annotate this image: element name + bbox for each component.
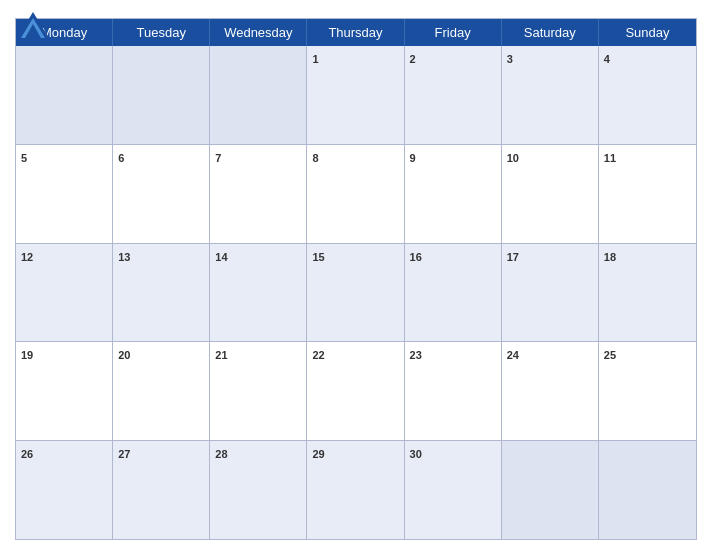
day-number: 11 bbox=[604, 152, 616, 164]
day-cell: 16 bbox=[405, 244, 502, 342]
day-header-saturday: Saturday bbox=[502, 19, 599, 46]
weeks-container: 1234567891011121314151617181920212223242… bbox=[16, 46, 696, 539]
week-row-2: 567891011 bbox=[16, 145, 696, 244]
day-header-thursday: Thursday bbox=[307, 19, 404, 46]
day-cell: 21 bbox=[210, 342, 307, 440]
day-header-sunday: Sunday bbox=[599, 19, 696, 46]
day-number: 29 bbox=[312, 448, 324, 460]
day-cell: 1 bbox=[307, 46, 404, 144]
day-number: 8 bbox=[312, 152, 318, 164]
day-headers-row: MondayTuesdayWednesdayThursdayFridaySatu… bbox=[16, 19, 696, 46]
day-number: 22 bbox=[312, 349, 324, 361]
day-number: 19 bbox=[21, 349, 33, 361]
logo bbox=[15, 10, 55, 40]
calendar-page: MondayTuesdayWednesdayThursdayFridaySatu… bbox=[0, 0, 712, 550]
day-cell: 10 bbox=[502, 145, 599, 243]
day-cell: 20 bbox=[113, 342, 210, 440]
day-cell: 6 bbox=[113, 145, 210, 243]
day-cell: 7 bbox=[210, 145, 307, 243]
day-cell: 18 bbox=[599, 244, 696, 342]
day-cell: 12 bbox=[16, 244, 113, 342]
day-number: 24 bbox=[507, 349, 519, 361]
logo-icon bbox=[15, 10, 51, 40]
day-number: 21 bbox=[215, 349, 227, 361]
day-cell: 22 bbox=[307, 342, 404, 440]
day-number: 6 bbox=[118, 152, 124, 164]
day-cell: 8 bbox=[307, 145, 404, 243]
week-row-5: 2627282930 bbox=[16, 441, 696, 539]
calendar-grid: MondayTuesdayWednesdayThursdayFridaySatu… bbox=[15, 18, 697, 540]
day-header-tuesday: Tuesday bbox=[113, 19, 210, 46]
day-number: 13 bbox=[118, 251, 130, 263]
day-cell bbox=[599, 441, 696, 539]
day-cell: 3 bbox=[502, 46, 599, 144]
day-number: 27 bbox=[118, 448, 130, 460]
day-number: 20 bbox=[118, 349, 130, 361]
day-number: 1 bbox=[312, 53, 318, 65]
day-number: 16 bbox=[410, 251, 422, 263]
day-cell: 11 bbox=[599, 145, 696, 243]
day-cell: 15 bbox=[307, 244, 404, 342]
day-number: 15 bbox=[312, 251, 324, 263]
day-cell bbox=[113, 46, 210, 144]
day-cell bbox=[210, 46, 307, 144]
day-number: 30 bbox=[410, 448, 422, 460]
day-number: 17 bbox=[507, 251, 519, 263]
day-cell: 24 bbox=[502, 342, 599, 440]
day-cell: 30 bbox=[405, 441, 502, 539]
week-row-3: 12131415161718 bbox=[16, 244, 696, 343]
day-number: 18 bbox=[604, 251, 616, 263]
day-cell: 19 bbox=[16, 342, 113, 440]
week-row-1: 1234 bbox=[16, 46, 696, 145]
day-number: 7 bbox=[215, 152, 221, 164]
day-cell: 9 bbox=[405, 145, 502, 243]
day-number: 2 bbox=[410, 53, 416, 65]
week-row-4: 19202122232425 bbox=[16, 342, 696, 441]
day-header-wednesday: Wednesday bbox=[210, 19, 307, 46]
day-number: 25 bbox=[604, 349, 616, 361]
day-cell: 13 bbox=[113, 244, 210, 342]
day-number: 9 bbox=[410, 152, 416, 164]
day-cell: 29 bbox=[307, 441, 404, 539]
day-header-friday: Friday bbox=[405, 19, 502, 46]
day-cell: 2 bbox=[405, 46, 502, 144]
day-number: 10 bbox=[507, 152, 519, 164]
day-cell: 26 bbox=[16, 441, 113, 539]
day-number: 5 bbox=[21, 152, 27, 164]
day-cell: 14 bbox=[210, 244, 307, 342]
day-cell: 23 bbox=[405, 342, 502, 440]
day-number: 3 bbox=[507, 53, 513, 65]
day-cell: 25 bbox=[599, 342, 696, 440]
day-number: 26 bbox=[21, 448, 33, 460]
day-cell: 4 bbox=[599, 46, 696, 144]
day-cell bbox=[16, 46, 113, 144]
day-number: 14 bbox=[215, 251, 227, 263]
day-cell: 28 bbox=[210, 441, 307, 539]
day-number: 4 bbox=[604, 53, 610, 65]
day-cell bbox=[502, 441, 599, 539]
day-number: 12 bbox=[21, 251, 33, 263]
day-cell: 5 bbox=[16, 145, 113, 243]
day-cell: 27 bbox=[113, 441, 210, 539]
day-cell: 17 bbox=[502, 244, 599, 342]
day-number: 28 bbox=[215, 448, 227, 460]
day-number: 23 bbox=[410, 349, 422, 361]
